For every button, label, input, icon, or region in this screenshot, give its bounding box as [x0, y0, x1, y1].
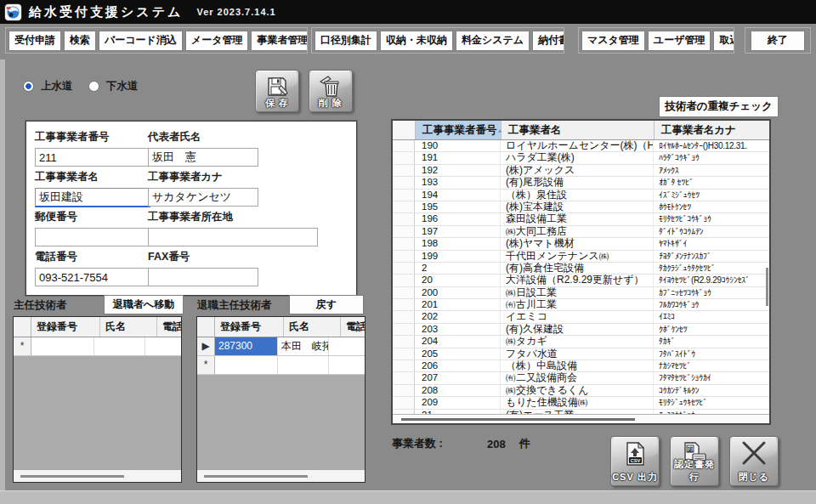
grid-hscrollbar[interactable]: [197, 469, 365, 482]
table-cell-name[interactable]: フタバ水道: [501, 348, 654, 360]
table-cell-number[interactable]: 209: [415, 397, 501, 408]
table-cell-kana[interactable]: ﾀｶｷﾞ: [654, 336, 769, 347]
nav-button[interactable]: 受付申請: [8, 31, 61, 51]
radio-lower-water[interactable]: 下水道: [88, 79, 139, 93]
table-row[interactable]: 190ロイヤルホームセンター(株)（H...ﾛｲﾔﾙﾎｰﾑｾﾝﾀｰ()H30.1…: [393, 140, 769, 152]
nav-button[interactable]: 料金システム: [456, 31, 530, 51]
column-header-operator-kana[interactable]: 工事業者名カナ: [654, 121, 769, 139]
grid-cell[interactable]: 287300: [215, 337, 278, 355]
return-button[interactable]: 戻す: [289, 295, 364, 314]
table-cell-number[interactable]: 201: [415, 299, 501, 310]
column-header-operator-number[interactable]: 工事事業者番号 ▲: [416, 121, 502, 139]
operator-kana-input[interactable]: [148, 188, 258, 207]
nav-button[interactable]: 取込: [713, 31, 734, 51]
nav-button[interactable]: 収納・未収納: [380, 31, 453, 51]
table-row[interactable]: 199千代田メンテナンス㈱ﾁﾖﾀﾞﾒﾝﾃﾅﾝｽｶﾌﾞ: [393, 251, 769, 263]
table-cell-number[interactable]: 196: [415, 213, 501, 224]
move-to-retired-button[interactable]: 退職者へ移動: [104, 295, 184, 314]
table-row[interactable]: 208㈱交換できるくんｺｳｶﾝﾃﾞｷﾙｸﾝ: [393, 385, 769, 397]
column-header-regno[interactable]: 登録番号: [215, 317, 284, 337]
column-header-regno[interactable]: 登録番号: [31, 317, 100, 337]
delete-button[interactable]: 削 除: [309, 70, 353, 112]
table-cell-name[interactable]: (有)尾形設備: [501, 177, 654, 188]
table-cell-number[interactable]: 199: [415, 251, 501, 262]
table-cell-number[interactable]: 190: [415, 140, 501, 151]
representative-name-input[interactable]: [148, 148, 258, 167]
table-row[interactable]: 193(有)尾形設備ｵｶﾞﾀ ｾﾂﾋﾞ: [393, 177, 769, 189]
table-row[interactable]: 209もりた住機設備㈱ﾓﾘﾀｼﾞｭｳｷｾﾂﾋﾞ: [393, 397, 769, 409]
table-cell-name[interactable]: ロイヤルホームセンター(株)（H...: [501, 140, 654, 151]
table-cell-name[interactable]: (株)アメックス: [501, 165, 654, 176]
table-cell-number[interactable]: 2: [415, 263, 501, 274]
exit-button[interactable]: 終了: [751, 31, 805, 51]
nav-button[interactable]: ユーザ管理: [648, 31, 711, 51]
grid-cell[interactable]: [31, 337, 94, 355]
table-row[interactable]: 191ハラダ工業(株)ﾊﾗﾀﾞｺｳｷﾞｮｳ: [393, 152, 769, 164]
table-cell-kana[interactable]: ﾅｶｼﾏｾﾂﾋﾞ: [654, 360, 769, 371]
table-cell-name[interactable]: ハラダ工業(株): [501, 152, 654, 163]
table-row[interactable]: 198(株)ヤマト機材ﾔﾏﾄｷｻﾞｲ: [393, 238, 769, 250]
grid-cell[interactable]: [278, 356, 329, 374]
duplicate-check-button[interactable]: 技術者の重複チェック: [659, 96, 779, 117]
table-cell-name[interactable]: 森田設備工業: [501, 213, 654, 224]
scrollbar-thumb[interactable]: [401, 418, 635, 421]
table-cell-kana[interactable]: ﾓﾘﾀｾﾂﾋﾞｺｳｷﾞｮｳ: [654, 213, 769, 224]
table-cell-name[interactable]: イエミコ: [501, 311, 654, 322]
table-cell-number[interactable]: 195: [415, 201, 501, 212]
table-row[interactable]: 204㈱タカギﾀｶｷﾞ: [393, 336, 769, 348]
table-cell-number[interactable]: 194: [415, 190, 501, 201]
operator-number-input[interactable]: [35, 148, 150, 167]
table-cell-kana[interactable]: ﾛｲﾔﾙﾎｰﾑｾﾝﾀｰ()H30.12.31.: [654, 140, 769, 151]
grid-cell[interactable]: [94, 337, 145, 355]
table-row[interactable]: 196森田設備工業ﾓﾘﾀｾﾂﾋﾞｺｳｷﾞｮｳ: [393, 213, 769, 225]
nav-button[interactable]: 口径別集計: [314, 31, 377, 51]
postal-code-input[interactable]: [35, 228, 150, 246]
grid-cell[interactable]: [329, 356, 365, 374]
table-cell-name[interactable]: ㈱交換できるくん: [501, 385, 654, 396]
grid-cell[interactable]: [329, 337, 365, 355]
table-vscrollbar-thumb[interactable]: [766, 268, 768, 306]
table-cell-name[interactable]: （株）中島設備: [501, 360, 654, 371]
table-cell-number[interactable]: 208: [415, 385, 501, 396]
table-cell-kana[interactable]: ﾀﾞｲﾄﾞｳｺｳﾑﾃﾝ: [654, 226, 769, 237]
grid-row[interactable]: ▶287300本田 岐拓: [197, 337, 365, 356]
table-cell-number[interactable]: 203: [415, 324, 501, 335]
table-row[interactable]: 205フタバ水道ﾌﾀﾊﾞｽｲﾄﾞｳ: [393, 348, 769, 360]
table-cell-kana[interactable]: ﾎｳﾓﾄｹﾝｾﾂ: [654, 201, 769, 212]
save-button[interactable]: 保 存: [255, 70, 299, 112]
table-cell-name[interactable]: ㈱タカギ: [501, 336, 654, 347]
nav-button[interactable]: マスタ管理: [581, 31, 645, 51]
table-row[interactable]: 197㈱大同工務店ﾀﾞｲﾄﾞｳｺｳﾑﾃﾝ: [393, 226, 769, 238]
table-cell-number[interactable]: 198: [415, 238, 501, 249]
table-cell-kana[interactable]: ｲｽﾞﾐｼﾞｭｳｾﾂ: [654, 190, 769, 201]
column-header-tel[interactable]: 電話: [157, 317, 181, 337]
nav-button[interactable]: バーコード消込: [99, 31, 183, 51]
table-cell-name[interactable]: (有)高倉住宅設備: [501, 263, 654, 274]
table-row[interactable]: 192(株)アメックスｱﾒｯｸｽ: [393, 165, 769, 177]
table-cell-kana[interactable]: ｱﾒｯｸｽ: [654, 165, 769, 176]
table-row[interactable]: 2(有)高倉住宅設備ﾀｶｸﾗｼﾞｭｳﾀｸｾﾂﾋﾞ: [393, 263, 769, 275]
table-cell-kana[interactable]: ﾌﾀﾏﾀｾﾂﾋﾞｼｮｳｶｲ: [654, 372, 769, 383]
table-row[interactable]: 202イエミコｲｴﾐｺ: [393, 311, 769, 323]
table-cell-kana[interactable]: ﾌﾙｶﾜｺｳｷﾞｮｳ: [654, 299, 769, 310]
table-cell-kana[interactable]: ﾊﾗﾀﾞｺｳｷﾞｮｳ: [654, 152, 769, 163]
table-cell-name[interactable]: (有)久保建設: [501, 324, 654, 335]
nav-button[interactable]: 事業者管理: [251, 31, 308, 51]
table-cell-number[interactable]: 197: [415, 226, 501, 237]
table-cell-kana[interactable]: ｶﾌﾞﾆｯｾﾂｺｳｷﾞｮｳ: [654, 287, 769, 298]
table-cell-name[interactable]: (株)宝本建設: [501, 201, 654, 212]
scrollbar-thumb[interactable]: [20, 475, 124, 478]
table-cell-name[interactable]: もりた住機設備㈱: [501, 397, 654, 408]
table-cell-number[interactable]: 191: [415, 152, 501, 163]
table-cell-name[interactable]: ㈲二又設備商会: [501, 372, 654, 383]
certificate-print-button[interactable]: 認 認定書発行: [670, 436, 719, 486]
table-cell-number[interactable]: 200: [415, 287, 501, 298]
table-cell-name[interactable]: （株）泉住設: [501, 190, 654, 201]
table-cell-kana[interactable]: ﾁﾖﾀﾞﾒﾝﾃﾅﾝｽｶﾌﾞ: [654, 251, 769, 262]
table-cell-name[interactable]: ㈱大同工務店: [501, 226, 654, 237]
table-cell-number[interactable]: 206: [415, 360, 501, 371]
nav-button[interactable]: メータ管理: [185, 31, 249, 51]
grid-cell[interactable]: 本田 岐拓: [278, 337, 329, 355]
table-cell-name[interactable]: ㈲古川工業: [501, 299, 654, 310]
grid-hscrollbar[interactable]: [14, 469, 181, 482]
